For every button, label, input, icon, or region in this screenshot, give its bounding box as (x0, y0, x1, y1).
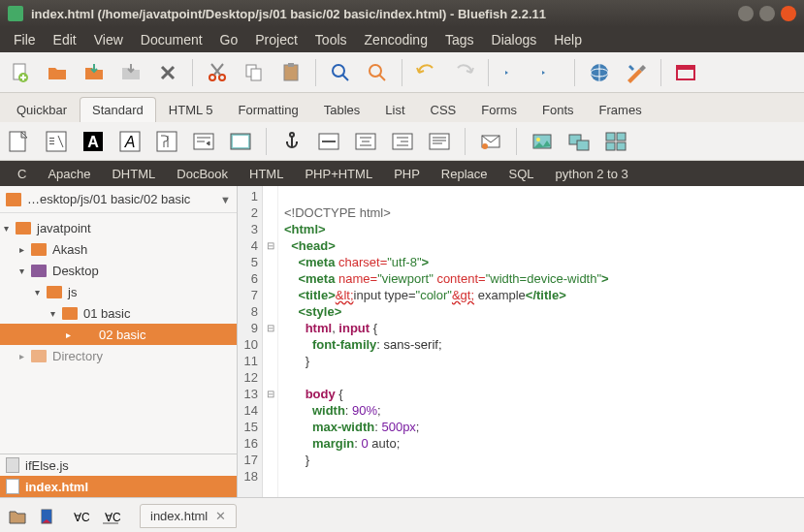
maximize-button[interactable] (759, 6, 775, 21)
menu-project[interactable]: Project (247, 29, 306, 50)
lang-sql[interactable]: SQL (499, 164, 544, 184)
open-file-button[interactable] (43, 58, 72, 87)
copy-button[interactable] (240, 58, 269, 87)
expand-icon[interactable]: ▸ (66, 329, 78, 340)
tab-standard[interactable]: Standard (80, 97, 156, 122)
lang-apache[interactable]: Apache (38, 164, 100, 184)
menu-tools[interactable]: Tools (307, 29, 355, 50)
fullscreen-button[interactable] (671, 58, 700, 87)
rightalign-icon[interactable] (389, 128, 416, 155)
menu-go[interactable]: Go (212, 29, 246, 50)
fold-marker[interactable]: ⊟ (263, 320, 277, 336)
undo-button[interactable] (412, 58, 441, 87)
tree-item-01-basic[interactable]: ▾01 basic (0, 302, 237, 324)
lang-dhtml[interactable]: DHTML (102, 164, 165, 184)
break-icon[interactable] (190, 128, 217, 155)
quickstart-icon[interactable] (6, 128, 33, 155)
tab-html-5[interactable]: HTML 5 (156, 97, 226, 122)
minimize-button[interactable] (738, 6, 754, 21)
lang-php[interactable]: PHP (384, 164, 430, 184)
tab-tables[interactable]: Tables (311, 97, 373, 122)
tab-css[interactable]: CSS (418, 97, 469, 122)
thumbnail-icon[interactable] (565, 128, 593, 155)
code-area[interactable]: <!DOCTYPE html><html> <head> <meta chars… (278, 186, 804, 497)
collapse-icon[interactable]: ▾ (4, 223, 16, 234)
tab-quickbar[interactable]: Quickbar (4, 97, 80, 122)
email-icon[interactable] (477, 128, 504, 155)
menu-zencoding[interactable]: Zencoding (357, 29, 435, 50)
preferences-button[interactable] (622, 58, 651, 87)
find-button[interactable] (326, 58, 355, 87)
collapse-icon[interactable]: ▾ (19, 266, 31, 276)
filebrowser-icon[interactable] (6, 506, 29, 527)
anchor-icon[interactable] (278, 128, 306, 155)
bookmarks-icon[interactable] (37, 506, 60, 527)
collapse-icon[interactable]: ▾ (50, 308, 62, 319)
menu-edit[interactable]: Edit (46, 29, 84, 50)
paste-button[interactable] (276, 58, 306, 87)
fold-marker[interactable]: ⊟ (263, 386, 277, 402)
charmap-icon[interactable]: ∀C (68, 506, 91, 527)
save-button[interactable] (80, 58, 109, 87)
save-as-button[interactable] (116, 58, 145, 87)
hrule-icon[interactable] (315, 128, 342, 155)
tree-item-desktop[interactable]: ▾Desktop (0, 260, 237, 281)
center-icon[interactable] (352, 128, 379, 155)
tree-item-js[interactable]: ▾js (0, 281, 237, 302)
tree-item-directory[interactable]: ▸Directory (0, 345, 237, 366)
expand-icon[interactable]: ▸ (19, 351, 31, 361)
menu-view[interactable]: View (86, 29, 131, 50)
tab-fonts[interactable]: Fonts (530, 97, 587, 122)
unindent-button[interactable] (498, 58, 528, 87)
find-replace-button[interactable] (363, 58, 392, 87)
lang-python-2-to-3[interactable]: python 2 to 3 (546, 164, 638, 184)
tab-frames[interactable]: Frames (587, 97, 655, 122)
collapse-icon[interactable]: ▾ (35, 287, 47, 297)
svg-point-36 (536, 138, 540, 141)
close-tab-icon[interactable]: ✕ (215, 509, 226, 523)
redo-button[interactable] (449, 58, 478, 87)
expand-icon[interactable]: ▸ (19, 244, 31, 255)
paragraph-icon[interactable] (153, 128, 180, 155)
menu-document[interactable]: Document (133, 29, 210, 50)
lang-c[interactable]: C (8, 164, 36, 184)
bold-icon[interactable]: A (80, 128, 107, 155)
tab-formatting[interactable]: Formatting (226, 97, 311, 122)
lang-html[interactable]: HTML (240, 164, 293, 184)
tree-item-akash[interactable]: ▸Akash (0, 238, 237, 260)
lang-replace[interactable]: Replace (432, 164, 498, 184)
multi-thumbnail-icon[interactable] (602, 128, 629, 155)
file-list: ifElse.jsindex.html (0, 454, 237, 497)
menu-file[interactable]: File (6, 29, 44, 50)
fold-marker (263, 204, 277, 221)
dropdown-icon[interactable]: ▼ (220, 194, 231, 205)
image-icon[interactable] (529, 128, 556, 155)
menu-dialogs[interactable]: Dialogs (484, 29, 545, 50)
menu-tags[interactable]: Tags (437, 29, 482, 50)
path-selector[interactable]: …esktop/js/01 basic/02 basic ▼ (0, 186, 237, 213)
svg-rect-38 (577, 141, 589, 150)
close-button[interactable] (781, 6, 796, 21)
close-file-button[interactable] (153, 58, 182, 87)
tree-item-02-basic[interactable]: ▸02 basic (0, 324, 237, 345)
open-file-tab[interactable]: index.html ✕ (140, 504, 237, 528)
lang-docbook[interactable]: DocBook (167, 164, 238, 184)
file-item-ifElse-js[interactable]: ifElse.js (0, 454, 237, 476)
cut-button[interactable] (203, 58, 232, 87)
menu-help[interactable]: Help (546, 29, 590, 50)
lang-php-html[interactable]: PHP+HTML (295, 164, 382, 184)
comment-icon[interactable] (426, 128, 453, 155)
snippets-icon[interactable]: ∀C (99, 506, 122, 527)
code-editor[interactable]: 123456789101112131415161718 ⊟⊟⊟ <!DOCTYP… (238, 186, 804, 497)
italic-icon[interactable]: A (116, 128, 144, 155)
browser-preview-button[interactable] (585, 58, 614, 87)
indent-button[interactable] (535, 58, 564, 87)
body-icon[interactable] (43, 128, 70, 155)
file-item-index-html[interactable]: index.html (0, 476, 237, 497)
nbsp-icon[interactable] (227, 128, 254, 155)
fold-marker[interactable]: ⊟ (263, 237, 277, 254)
new-file-button[interactable] (6, 58, 35, 87)
tab-list[interactable]: List (372, 97, 417, 122)
tab-forms[interactable]: Forms (468, 97, 530, 122)
tree-item-javatpoint[interactable]: ▾javatpoint (0, 217, 237, 238)
